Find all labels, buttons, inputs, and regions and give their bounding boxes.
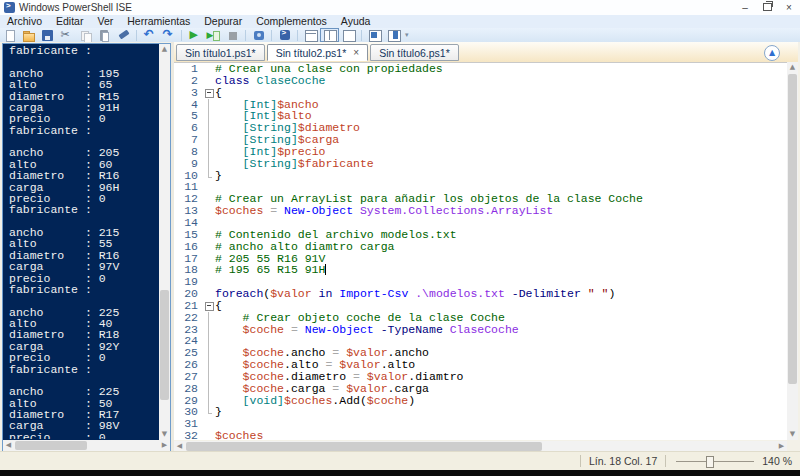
copy-icon — [79, 29, 93, 42]
show-script-pane-right-icon — [323, 29, 337, 42]
clear-console-pane-button[interactable] — [114, 28, 133, 42]
toolbar-separator — [181, 30, 182, 41]
code-editor[interactable]: 1# Crear una clase con propiedades2class… — [174, 62, 787, 440]
console-output[interactable]: fabricante : ancho : 195 alto : 65 diame… — [9, 45, 158, 439]
menu-item-depurar[interactable]: Depurar — [197, 15, 249, 28]
code-text — [215, 418, 787, 430]
editor-hscroll-thumb[interactable] — [186, 442, 542, 451]
scroll-left-icon[interactable]: ◀ — [3, 440, 14, 451]
line-number: 28 — [174, 383, 203, 395]
new-script-icon — [3, 29, 17, 42]
toolbar-overflow-button[interactable]: ▾ — [405, 31, 409, 39]
line-number: 27 — [174, 371, 203, 383]
scroll-down-icon[interactable]: ▼ — [159, 429, 170, 440]
editor-vertical-scrollbar[interactable]: ▲ ▼ — [787, 62, 798, 440]
close-powershell-tab-button[interactable] — [384, 28, 403, 42]
start-powershell-exe-button[interactable] — [275, 28, 294, 42]
menu-item-complementos[interactable]: Complementos — [249, 15, 334, 28]
new-remote-powershell-tab-button[interactable] — [249, 28, 268, 42]
paste-button[interactable] — [95, 28, 114, 42]
toolbar-separator — [245, 30, 246, 41]
show-script-pane-right-button[interactable] — [320, 28, 339, 42]
stop-operation-icon — [226, 29, 240, 42]
cursor-position: Lín. 18 Col. 17 — [589, 455, 657, 467]
toolbar-separator — [271, 30, 272, 41]
fold-margin — [203, 134, 215, 146]
console-pane[interactable]: fabricante : ancho : 195 alto : 65 diame… — [2, 43, 171, 452]
menu-item-herramientas[interactable]: Herramientas — [120, 15, 197, 28]
zoom-slider-track[interactable] — [676, 461, 754, 462]
script-pane: Sin título1.ps1*Sin título2.ps1*×Sin tít… — [174, 42, 798, 452]
new-powershell-tab-button[interactable] — [365, 28, 384, 42]
minimize-button[interactable]: – — [734, 0, 756, 15]
editor-vscroll-thumb[interactable] — [788, 74, 797, 384]
console-hscroll-thumb[interactable] — [15, 441, 87, 450]
open-script-button[interactable] — [19, 28, 38, 42]
fold-margin — [203, 181, 215, 193]
show-script-pane-maximized-button[interactable] — [339, 28, 358, 42]
statusbar-separator — [580, 455, 581, 467]
toolbar-separator — [136, 30, 137, 41]
open-script-icon — [22, 29, 36, 42]
fold-margin — [203, 241, 215, 253]
code-line: 20foreach($valor in Import-Csv .\modelos… — [174, 288, 787, 300]
main-area: fabricante : ancho : 195 alto : 65 diame… — [0, 42, 800, 452]
fold-margin — [203, 276, 215, 288]
stop-operation-button[interactable] — [223, 28, 242, 42]
line-number: 32 — [174, 430, 203, 440]
console-vertical-scrollbar[interactable]: ▲ ▼ — [159, 44, 170, 440]
code-text: foreach($valor in Import-Csv .\modelos.t… — [215, 288, 787, 300]
undo-icon — [143, 29, 157, 42]
fold-margin — [203, 406, 215, 418]
code-line: 32$coches — [174, 430, 787, 440]
close-button[interactable]: × — [778, 0, 800, 15]
console-vscroll-thumb[interactable] — [160, 290, 169, 401]
restore-button[interactable] — [756, 0, 778, 15]
tab-close-icon[interactable]: × — [353, 48, 359, 58]
scroll-up-icon[interactable]: ▲ — [159, 44, 170, 55]
menu-item-editar[interactable]: Editar — [49, 15, 90, 28]
run-script-button[interactable] — [185, 28, 204, 42]
fold-toggle-icon[interactable] — [203, 87, 215, 99]
code-line: 13$coches = New-Object System.Collection… — [174, 205, 787, 217]
run-selection-button[interactable] — [204, 28, 223, 42]
clear-console-pane-icon — [117, 29, 131, 42]
fold-margin — [203, 122, 215, 134]
run-script-icon — [188, 29, 202, 42]
redo-button[interactable] — [159, 28, 178, 42]
code-text: class ClaseCoche — [215, 75, 787, 87]
scroll-right-icon[interactable]: ▶ — [159, 440, 170, 451]
line-number: 6 — [174, 122, 203, 134]
collapse-script-pane-button[interactable]: ▲ — [764, 45, 780, 61]
scroll-down-icon[interactable]: ▼ — [787, 429, 798, 440]
new-script-button[interactable] — [0, 28, 19, 42]
line-number: 15 — [174, 229, 203, 241]
tab-3[interactable]: Sin título6.ps1* — [370, 44, 459, 61]
copy-button[interactable] — [76, 28, 95, 42]
powershell-app-icon — [4, 2, 15, 13]
tab-label: Sin título1.ps1* — [185, 47, 256, 59]
fold-toggle-icon[interactable] — [203, 300, 215, 312]
menu-item-ver[interactable]: Ver — [90, 15, 120, 28]
window-controls: – × — [734, 0, 800, 15]
scroll-up-icon[interactable]: ▲ — [787, 62, 798, 73]
tab-2[interactable]: Sin título2.ps1*× — [267, 44, 368, 61]
undo-button[interactable] — [140, 28, 159, 42]
fold-margin — [203, 418, 215, 430]
menu-item-archivo[interactable]: Archivo — [0, 15, 49, 28]
code-text: [String]$fabricante — [215, 158, 787, 170]
code-line: 30} — [174, 406, 787, 418]
zoom-slider[interactable] — [676, 455, 754, 467]
tab-1[interactable]: Sin título1.ps1* — [176, 44, 265, 61]
fold-margin — [203, 288, 215, 300]
tab-label: Sin título2.ps1* — [276, 47, 347, 59]
menu-item-ayuda[interactable]: Ayuda — [334, 15, 378, 28]
fold-margin — [203, 99, 215, 111]
code-line: 10} — [174, 170, 787, 182]
cut-button[interactable] — [57, 28, 76, 42]
save-script-button[interactable] — [38, 28, 57, 42]
code-text: $coche = New-Object -TypeName ClaseCoche — [215, 324, 787, 336]
zoom-slider-thumb[interactable] — [706, 456, 714, 468]
console-horizontal-scrollbar[interactable]: ◀ ▶ — [3, 440, 170, 451]
show-script-pane-top-button[interactable] — [301, 28, 320, 42]
